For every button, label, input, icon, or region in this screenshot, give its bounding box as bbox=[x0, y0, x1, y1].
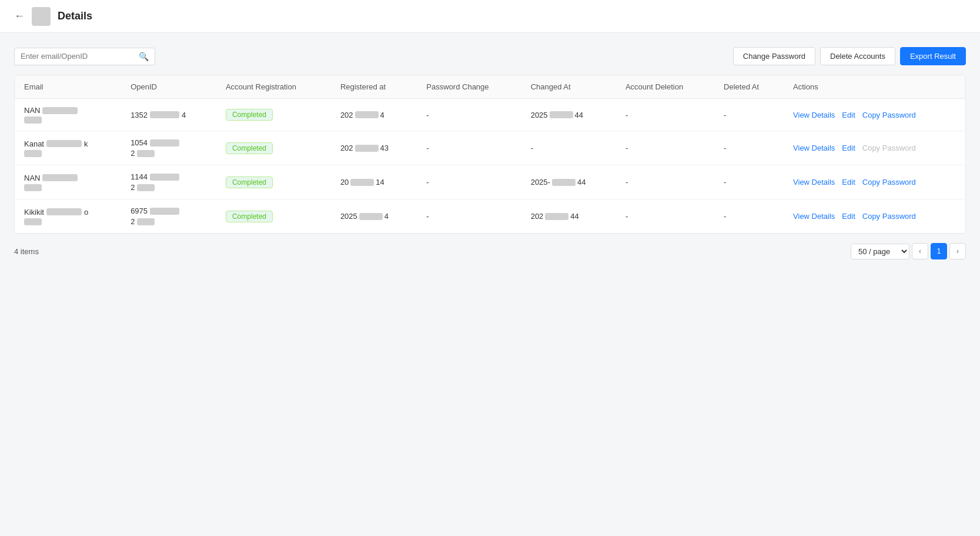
email-line2-redacted bbox=[24, 150, 42, 157]
cell-registration-3: Completed bbox=[216, 199, 331, 234]
pagination: 50 / page 100 / page 200 / page ‹ 1 › bbox=[851, 243, 966, 259]
cell-registration-1: Completed bbox=[216, 131, 331, 165]
cell-registered-at-1: 202 43 bbox=[331, 131, 417, 165]
page-size-select[interactable]: 50 / page 100 / page 200 / page bbox=[851, 244, 909, 259]
cell-registered-at-3: 2025 4 bbox=[331, 199, 417, 234]
main-content: 🔍 Change Password Delete Accounts Export… bbox=[0, 33, 980, 276]
col-deleted-at: Deleted At bbox=[714, 75, 784, 99]
cell-changed-at-1: - bbox=[521, 131, 616, 165]
openid-redacted bbox=[150, 208, 179, 215]
search-input[interactable] bbox=[21, 52, 134, 61]
cell-openid-0: 1352 4 bbox=[121, 99, 216, 131]
edit-link[interactable]: Edit bbox=[842, 144, 855, 152]
col-email: Email bbox=[15, 75, 121, 99]
cell-deleted-at-0: - bbox=[714, 99, 784, 131]
col-registered-at: Registered at bbox=[331, 75, 417, 99]
copy-password-link[interactable]: Copy Password bbox=[862, 144, 916, 152]
email-redacted bbox=[42, 174, 78, 181]
change-password-button[interactable]: Change Password bbox=[733, 47, 815, 65]
cell-actions-1: View Details Edit Copy Password bbox=[784, 131, 965, 165]
cell-changed-at-3: 202 44 bbox=[521, 199, 616, 234]
page-1-button[interactable]: 1 bbox=[931, 243, 947, 259]
cell-account-deletion-3: - bbox=[616, 199, 714, 234]
cell-email-2: NAN bbox=[15, 165, 121, 199]
col-openid: OpenID bbox=[121, 75, 216, 99]
cell-account-deletion-0: - bbox=[616, 99, 714, 131]
next-page-button[interactable]: › bbox=[949, 243, 966, 259]
cell-email-1: Kanat k bbox=[15, 131, 121, 165]
view-details-link[interactable]: View Details bbox=[793, 144, 835, 152]
search-icon: 🔍 bbox=[139, 52, 149, 61]
table-header-row: Email OpenID Account Registration Regist… bbox=[15, 75, 965, 99]
email-redacted bbox=[46, 208, 82, 215]
copy-password-link[interactable]: Copy Password bbox=[862, 212, 916, 221]
view-details-link[interactable]: View Details bbox=[793, 178, 835, 187]
table-footer: 4 items 50 / page 100 / page 200 / page … bbox=[14, 234, 966, 262]
cell-account-deletion-2: - bbox=[616, 165, 714, 199]
edit-link[interactable]: Edit bbox=[842, 111, 855, 119]
status-badge: Completed bbox=[226, 142, 273, 154]
table-row: Kanat k 1054 2 Completed 202 43 ---- Vie… bbox=[15, 131, 965, 165]
cell-deleted-at-3: - bbox=[714, 199, 784, 234]
cell-registered-at-0: 202 4 bbox=[331, 99, 417, 131]
cell-account-deletion-1: - bbox=[616, 131, 714, 165]
email-redacted bbox=[46, 140, 82, 147]
edit-link[interactable]: Edit bbox=[842, 212, 855, 221]
email-line2-redacted bbox=[24, 218, 42, 225]
avatar bbox=[32, 7, 51, 26]
page-header: ← Details bbox=[0, 0, 980, 33]
cell-password-change-0: - bbox=[417, 99, 521, 131]
accounts-table-container: Email OpenID Account Registration Regist… bbox=[14, 75, 966, 234]
col-account-registration: Account Registration bbox=[216, 75, 331, 99]
cell-actions-0: View Details Edit Copy Password bbox=[784, 99, 965, 131]
table-row: NAN 1144 2 Completed 20 14 - 2025- 44 bbox=[15, 165, 965, 199]
edit-link[interactable]: Edit bbox=[842, 178, 855, 187]
cell-actions-2: View Details Edit Copy Password bbox=[784, 165, 965, 199]
status-badge: Completed bbox=[226, 109, 273, 121]
accounts-table: Email OpenID Account Registration Regist… bbox=[15, 75, 965, 233]
prev-page-button[interactable]: ‹ bbox=[912, 243, 928, 259]
toolbar: 🔍 Change Password Delete Accounts Export… bbox=[14, 47, 966, 65]
cell-openid-1: 1054 2 bbox=[121, 131, 216, 165]
cell-password-change-3: - bbox=[417, 199, 521, 234]
export-result-button[interactable]: Export Result bbox=[900, 47, 966, 65]
view-details-link[interactable]: View Details bbox=[793, 111, 835, 119]
col-account-deletion: Account Deletion bbox=[616, 75, 714, 99]
status-badge: Completed bbox=[226, 211, 273, 222]
cell-password-change-2: - bbox=[417, 165, 521, 199]
col-changed-at: Changed At bbox=[521, 75, 616, 99]
cell-changed-at-0: 2025 44 bbox=[521, 99, 616, 131]
col-password-change: Password Change bbox=[417, 75, 521, 99]
cell-changed-at-2: 2025- 44 bbox=[521, 165, 616, 199]
copy-password-link[interactable]: Copy Password bbox=[862, 111, 916, 119]
cell-openid-3: 6975 2 bbox=[121, 199, 216, 234]
cell-openid-2: 1144 2 bbox=[121, 165, 216, 199]
delete-accounts-button[interactable]: Delete Accounts bbox=[820, 47, 895, 65]
openid-redacted bbox=[150, 174, 179, 181]
table-row: NAN 1352 4 Completed 202 4 - 2025 44 bbox=[15, 99, 965, 131]
cell-email-3: Kikikit o bbox=[15, 199, 121, 234]
toolbar-actions: Change Password Delete Accounts Export R… bbox=[733, 47, 966, 65]
cell-email-0: NAN bbox=[15, 99, 121, 131]
search-box: 🔍 bbox=[14, 48, 155, 65]
cell-password-change-1: - bbox=[417, 131, 521, 165]
col-actions: Actions bbox=[784, 75, 965, 99]
email-redacted bbox=[42, 107, 78, 114]
cell-actions-3: View Details Edit Copy Password bbox=[784, 199, 965, 234]
back-button[interactable]: ← bbox=[14, 10, 25, 22]
cell-registration-0: Completed bbox=[216, 99, 331, 131]
openid-redacted bbox=[150, 139, 179, 147]
page-title: Details bbox=[58, 10, 92, 22]
items-count: 4 items bbox=[14, 247, 39, 256]
email-line2-redacted bbox=[24, 116, 42, 124]
email-line2-redacted bbox=[24, 184, 42, 191]
view-details-link[interactable]: View Details bbox=[793, 212, 835, 221]
copy-password-link[interactable]: Copy Password bbox=[862, 178, 916, 187]
cell-deleted-at-1: - bbox=[714, 131, 784, 165]
cell-registered-at-2: 20 14 bbox=[331, 165, 417, 199]
status-badge: Completed bbox=[226, 177, 273, 188]
cell-registration-2: Completed bbox=[216, 165, 331, 199]
table-row: Kikikit o 6975 2 Completed 2025 4 - 202 bbox=[15, 199, 965, 234]
cell-deleted-at-2: - bbox=[714, 165, 784, 199]
openid-redacted bbox=[150, 111, 179, 118]
